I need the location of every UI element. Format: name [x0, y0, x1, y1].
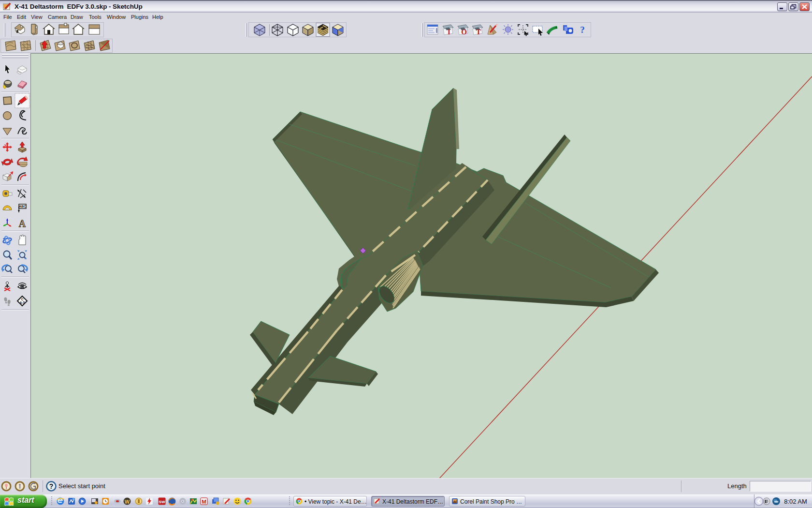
svg-text:8:02 AM: 8:02 AM	[784, 498, 807, 505]
svg-text:A: A	[19, 218, 26, 229]
svg-text:T: T	[476, 28, 481, 36]
svg-text:?: ?	[580, 25, 585, 35]
svg-text:SW: SW	[159, 500, 165, 504]
svg-text:C: C	[21, 298, 24, 301]
svg-text:O: O	[461, 28, 467, 36]
svg-text:I: I	[448, 28, 450, 36]
svg-text:?: ?	[49, 482, 54, 490]
svg-text:A-5: A-5	[20, 301, 25, 304]
svg-text:M: M	[202, 499, 206, 505]
svg-text:ABC: ABC	[19, 205, 26, 208]
svg-text:W: W	[125, 499, 130, 505]
